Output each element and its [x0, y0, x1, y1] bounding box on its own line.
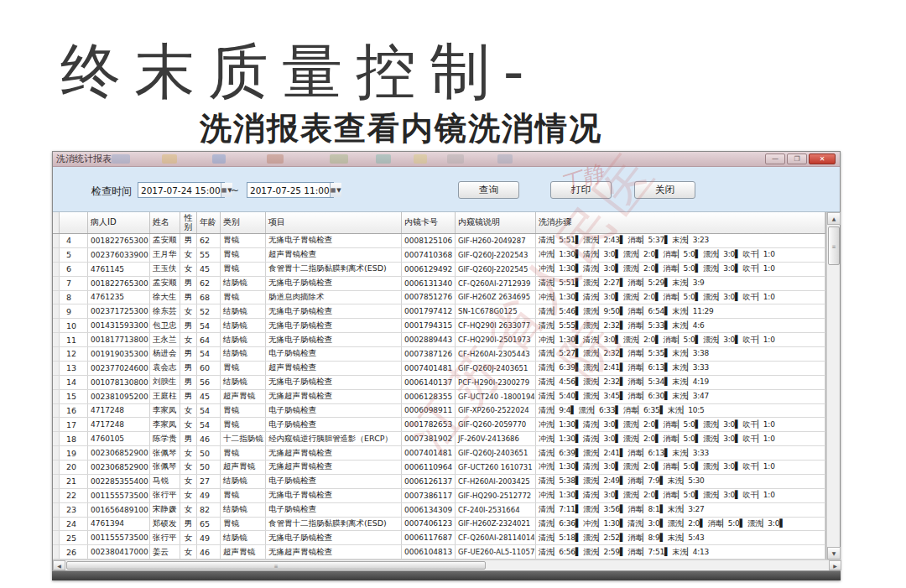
- row-number: 11: [60, 333, 88, 346]
- sex-cell: 男: [180, 291, 197, 304]
- sex-cell: 男: [180, 390, 197, 403]
- row-indicator: [53, 248, 60, 262]
- date-to-dropdown-button[interactable]: ▦▼: [330, 183, 341, 197]
- age-cell: 54: [197, 404, 221, 418]
- table-row[interactable]: 21002285355400马锐女27结肠镜电子肠镜检查0006126137CF…: [53, 475, 825, 489]
- project-cell: 无痛电子肠镜检查: [266, 304, 402, 318]
- table-row[interactable]: 164717248李家凤女54胃镜电子肠镜检查0006098911GIF-XP2…: [53, 404, 825, 419]
- scroll-down-button[interactable]: ▼: [827, 547, 841, 559]
- table-row[interactable]: 4001822765300孟安顺男62胃镜无痛电子胃镜检查0008125106G…: [53, 234, 825, 248]
- table-row[interactable]: 174717248李家凤女54胃镜电子肠镜检查0001782653GIF-Q26…: [53, 418, 825, 432]
- column-header-pid[interactable]: 病人ID: [88, 212, 150, 233]
- scope-desc-cell: GIF-H260Z-2324021: [456, 518, 536, 531]
- table-row[interactable]: 184760105陈学贵男46十二指肠镜经内窥镜逆行胰胆管造影（ERCP）000…: [53, 432, 825, 446]
- table-row[interactable]: 64761145王玉伕女45胃镜食管胃十二指肠黏膜剥离术(ESD)0006129…: [53, 263, 825, 277]
- column-header-age[interactable]: 年龄: [197, 212, 221, 233]
- sex-cell: 女: [180, 489, 197, 502]
- wash-steps-cell: 清洗▏6:56▌ 漂洗▏2:59▌ 消毒▏7:51▌ 末洗▏4:13: [536, 545, 825, 559]
- scope-type-cell: 结肠镜: [221, 531, 266, 544]
- date-from-field[interactable]: 2017-07-24 15:00 ▦▼: [138, 182, 225, 198]
- wash-steps-cell: 冲洗▏1:30▌ 清洗▏3:0▌ 漂洗▏2:0▌ 消毒▏5:0▌ 漂洗▏3:0▌…: [536, 418, 825, 431]
- table-row[interactable]: 22001155573500张行平女49胃镜无痛电子胃镜检查0007386117…: [53, 489, 825, 503]
- table-row[interactable]: 10001431593300包卫忠男54结肠镜无痛电子肠镜检查000179431…: [53, 319, 825, 333]
- date-to-value[interactable]: 2017-07-25 11:00: [247, 185, 330, 195]
- table-row[interactable]: 244761394郑硕发男65胃镜食管胃十二指肠黏膜剥离术(ESD)000740…: [53, 518, 825, 532]
- scope-type-cell: 胃镜: [221, 263, 266, 276]
- patient-id-cell: 001155573500: [88, 489, 150, 502]
- table-row[interactable]: 25001155573500张行平女49结肠镜无痛电子肠镜检查000611768…: [53, 531, 825, 545]
- patient-name-cell: 张佩琴: [150, 446, 180, 460]
- print-button[interactable]: 打印: [550, 181, 612, 199]
- column-header-project[interactable]: 项目: [266, 212, 402, 233]
- scroll-up-button[interactable]: ▲: [827, 212, 841, 225]
- patient-id-cell: 4717248: [88, 418, 150, 431]
- age-cell: 49: [197, 489, 221, 502]
- vertical-scrollbar[interactable]: ▲ ≡ ▼: [826, 212, 840, 559]
- scope-desc-cell: CF-240I-2531664: [456, 503, 536, 517]
- table-row[interactable]: 12001919035300杨进会男54结肠镜电子肠镜检查0007387126C…: [53, 347, 825, 362]
- project-cell: 无痛电子肠镜检查: [266, 277, 402, 290]
- table-row[interactable]: 23001656489100宋静媛女82结肠镜电子肠镜检查0006134309C…: [53, 503, 825, 518]
- date-from-value[interactable]: 2017-07-24 15:00: [138, 185, 221, 195]
- table-row[interactable]: 15002381095200王庭柱男45超声胃镜无痛超声胃镜检查00061283…: [53, 390, 825, 404]
- wash-steps-cell: 冲洗▏1:30▌ 清洗▏3:0▌ 漂洗▏2:0▌ 消毒▏5:0▌ 漂洗▏3:0▌…: [536, 432, 825, 445]
- table-row[interactable]: 26002380417000姜云女46超声胃镜无痛超声胃镜检查000610481…: [53, 545, 825, 559]
- table-row[interactable]: 11001817713800王永兰女64结肠镜无痛电子肠镜检查000288944…: [53, 333, 825, 347]
- scope-type-cell: 结肠镜: [221, 376, 266, 389]
- column-header-steps[interactable]: 洗消步骤: [536, 212, 825, 233]
- wash-steps-cell: 清洗▏5:27▌ 漂洗▏2:32▌ 消毒▏5:35▌ 末洗▏3:38: [536, 347, 825, 361]
- scroll-left-button[interactable]: ◀: [53, 560, 65, 570]
- column-header-card[interactable]: 内镜卡号: [402, 212, 456, 233]
- window-title: 洗消统计报表: [53, 153, 112, 165]
- table-row[interactable]: 5002376033900王月华女55胃镜超声胃镜检查0007410368GIF…: [53, 248, 825, 263]
- column-header-type[interactable]: 类别: [221, 212, 266, 233]
- column-header-scope[interactable]: 内窥镜说明: [456, 212, 536, 233]
- titlebar-ghost-icon: [212, 154, 226, 164]
- table-row[interactable]: 14001078130800刘腴生男56结肠镜无痛电子肠镜检查000614013…: [53, 376, 825, 390]
- scope-type-cell: 胃镜: [221, 234, 266, 247]
- scope-type-cell: 胃镜: [221, 418, 266, 431]
- project-cell: 无痛电子胃镜检查: [266, 234, 402, 247]
- query-button[interactable]: 查询: [458, 181, 519, 199]
- table-row[interactable]: 7001822765300孟安顺男62结肠镜无痛电子肠镜检查0006131340…: [53, 277, 825, 291]
- scope-desc-cell: CF-Q260AI-2712939: [456, 277, 536, 290]
- project-cell: 无痛电子肠镜检查: [266, 531, 402, 544]
- minimize-button[interactable]: —: [765, 154, 785, 164]
- horizontal-scrollbar[interactable]: ◀ ≡ ▶: [53, 559, 841, 570]
- column-header-name[interactable]: 姓名: [150, 212, 180, 233]
- column-header-sex[interactable]: 性别: [180, 212, 197, 233]
- maximize-button[interactable]: ❐: [787, 154, 807, 164]
- age-cell: 45: [197, 390, 221, 403]
- age-cell: 54: [197, 418, 221, 431]
- scope-card-cell: 0007410368: [402, 248, 456, 262]
- column-header-rowno[interactable]: [60, 212, 88, 233]
- window-titlebar[interactable]: 洗消统计报表 — ❐ ✕: [53, 152, 840, 167]
- table-row[interactable]: 13002377024600袁会志男60胃镜超声胃镜检查0007401481GI…: [53, 362, 825, 376]
- scope-card-cell: 0007401481: [402, 446, 456, 460]
- slide-title: 终末质量控制-: [60, 32, 537, 112]
- age-cell: 68: [197, 291, 221, 304]
- table-row[interactable]: 9002371725300徐东芸女52结肠镜无痛电子肠镜检查0001797412…: [53, 304, 825, 319]
- row-indicator: [53, 390, 60, 403]
- close-button[interactable]: 关闭: [634, 181, 695, 199]
- wash-steps-cell: 清洗▏6:39▌ 漂洗▏2:41▌ 消毒▏6:13▌ 末洗▏3:33: [536, 446, 825, 460]
- patient-id-cell: 4717248: [88, 404, 150, 418]
- vertical-scroll-thumb[interactable]: ≡: [828, 226, 840, 265]
- scope-card-cell: 0007387126: [402, 347, 456, 361]
- date-to-field[interactable]: 2017-07-25 11:00 ▦▼: [247, 182, 334, 198]
- table-row[interactable]: 20002306852900张佩琴女50超声胃镜无痛超声胃镜检查00061109…: [53, 461, 825, 475]
- wash-steps-cell: 冲洗▏1:30▌ 清洗▏3:0▌ 漂洗▏2:0▌ 消毒▏5:0▌ 漂洗▏3:0▌…: [536, 248, 825, 262]
- project-cell: 电子肠镜检查: [266, 347, 402, 361]
- horizontal-scroll-thumb[interactable]: ≡: [66, 561, 486, 570]
- scope-card-cell: 0006126137: [402, 475, 456, 488]
- table-row[interactable]: 19002306852900张佩琴女50胃镜无痛超声胃镜检查0007401481…: [53, 446, 825, 461]
- table-row[interactable]: 84761235徐大生男68胃镜肠道息肉摘除术0007851276GIF-H26…: [53, 291, 825, 305]
- scroll-right-button[interactable]: ▶: [829, 560, 841, 570]
- scope-type-cell: 胃镜: [221, 362, 266, 375]
- sex-cell: 男: [180, 518, 197, 531]
- caret-down-icon: ▼: [336, 187, 341, 194]
- close-window-button[interactable]: ✕: [809, 154, 836, 164]
- scope-card-cell: 0001782653: [402, 418, 456, 431]
- sex-cell: 女: [180, 404, 197, 418]
- sex-cell: 男: [180, 277, 197, 290]
